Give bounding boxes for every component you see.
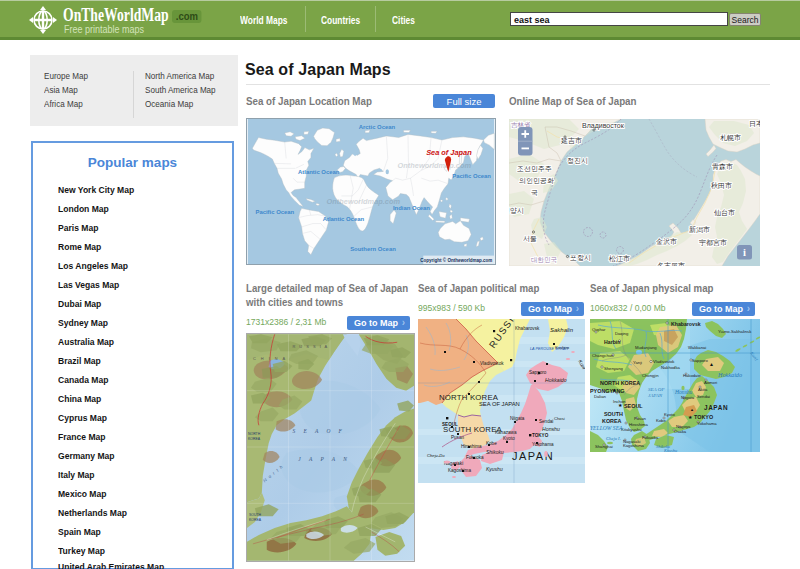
svg-text:青森市: 青森市 [712,162,733,171]
svg-text:Sendai: Sendai [539,419,553,424]
svg-text:Qiqihar: Qiqihar [592,327,606,332]
svg-text:SEA OF JAPAN: SEA OF JAPAN [479,401,520,407]
svg-text:Hokkaido: Hokkaido [545,377,567,383]
svg-text:Chosi: Chosi [554,416,565,421]
svg-text:Akita: Akita [698,387,708,392]
svg-text:JAPAN: JAPAN [648,393,663,398]
svg-text:Copyright © Ontheworldmap.com: Copyright © Ontheworldmap.com [420,257,492,263]
svg-text:조선민주주: 조선민주주 [517,165,552,172]
svg-text:KOREA: KOREA [248,437,261,441]
svg-text:KOREA: KOREA [249,518,262,522]
svg-text:Kyushu: Kyushu [486,466,503,472]
svg-text:Hiroshima: Hiroshima [461,444,482,449]
svg-text:SOUTH: SOUTH [604,411,623,417]
svg-text:Daqing: Daqing [615,331,629,336]
svg-text:Ontheworldmap.com: Ontheworldmap.com [327,197,401,206]
svg-text:Shikoku: Shikoku [486,449,504,455]
svg-text:Sea of Japan: Sea of Japan [426,148,472,157]
svg-text:서울: 서울 [523,235,537,242]
svg-text:Pacific Ocean: Pacific Ocean [452,173,491,179]
svg-text:NORTH KOREA: NORTH KOREA [600,380,640,386]
svg-text:NORTH: NORTH [248,432,261,436]
svg-text:Yuzno-Sakhalinsk: Yuzno-Sakhalinsk [718,329,752,334]
svg-text:Khabarovsk: Khabarovsk [515,326,540,331]
svg-text:仙台市: 仙台市 [714,208,735,217]
svg-text:Kagoshima: Kagoshima [448,468,471,473]
svg-text:Fukuoka: Fukuoka [642,435,659,440]
svg-text:Vladivostok: Vladivostok [480,361,504,366]
svg-text:Hokkaido: Hokkaido [717,371,742,378]
svg-text:Sapporo: Sapporo [529,370,547,375]
svg-text:Kagoshima: Kagoshima [623,443,645,448]
svg-text:秋田市: 秋田市 [711,181,732,190]
svg-text:日本: 日本 [749,120,760,128]
svg-text:Cheju-Do: Cheju-Do [427,453,445,458]
svg-text:Nakhodka: Nakhodka [661,365,681,370]
svg-text:Cheju I.: Cheju I. [606,436,621,441]
svg-text:札幌市: 札幌市 [720,133,741,142]
svg-text:★: ★ [618,402,623,408]
svg-text:i: i [743,247,746,258]
svg-text:宇都宮市: 宇都宮市 [699,238,727,247]
svg-text:YELLOW SEA: YELLOW SEA [590,425,623,431]
svg-text:JAPAN: JAPAN [512,450,554,462]
svg-text:SEOUL: SEOUL [624,403,643,409]
svg-text:Niigata: Niigata [681,395,695,400]
svg-text:Hakodate: Hakodate [683,373,702,378]
svg-text:新潟市: 新潟市 [689,225,710,234]
svg-text:Sendai: Sendai [697,394,710,399]
svg-text:Southern Ocean: Southern Ocean [350,246,396,252]
svg-text:松江市: 松江市 [609,254,630,263]
svg-text:KOREA: KOREA [602,418,622,424]
svg-text:C H I N A: C H I N A [253,356,287,361]
svg-text:Shanghai: Shanghai [595,444,613,449]
svg-text:Sakhalin: Sakhalin [550,327,574,333]
svg-text:Yokohama: Yokohama [697,421,717,426]
svg-text:JAPAN: JAPAN [704,404,728,411]
svg-text:J A P A N: J A P A N [298,456,350,462]
svg-text:Kyoto: Kyoto [503,436,515,441]
svg-text:Владивосток: Владивосток [582,122,625,130]
svg-text:SEOUL: SEOUL [442,422,458,427]
svg-text:국: 국 [531,189,538,196]
svg-text:LA PEROUSE STRAIT: LA PEROUSE STRAIT [530,347,569,351]
svg-text:Nagoya: Nagoya [676,424,691,429]
svg-text:Khabarovsk: Khabarovsk [671,321,701,327]
svg-text:TOKYO: TOKYO [694,414,713,420]
svg-text:Kyushu: Kyushu [663,448,678,452]
svg-text:▲: ▲ [690,407,694,412]
svg-text:대한민국: 대한민국 [531,256,558,263]
svg-text:Vladivostok: Vladivostok [653,359,675,364]
svg-text:Wakkanai: Wakkanai [688,345,706,350]
svg-text:Kanazawa: Kanazawa [495,430,517,435]
svg-text:Mudanjiang: Mudanjiang [635,345,657,350]
svg-text:Arctic Ocean: Arctic Ocean [359,124,396,130]
svg-text:Kitakyushu: Kitakyushu [621,427,642,432]
svg-text:Honshu: Honshu [674,389,693,395]
svg-text:Kyoto: Kyoto [664,412,675,417]
svg-text:延吉市: 延吉市 [560,136,582,145]
svg-text:Dalian: Dalian [594,394,607,399]
svg-text:Kobe: Kobe [656,418,666,423]
svg-text:Pusan: Pusan [451,435,464,440]
svg-text:Harbin: Harbin [604,339,620,345]
svg-text:Osaka: Osaka [674,429,687,434]
svg-text:S E A O F: S E A O F [292,428,345,434]
svg-text:★: ★ [688,414,693,420]
svg-text:포항시: 포항시 [570,254,591,261]
svg-text:Yanji: Yanji [633,360,642,365]
svg-text:Ontheworldmap.com: Ontheworldmap.com [398,161,472,170]
svg-text:Kobe: Kobe [486,441,497,446]
svg-text:Yokohama: Yokohama [532,442,554,447]
svg-text:Pusan: Pusan [634,416,647,421]
svg-text:SEA OF: SEA OF [648,387,665,392]
svg-text:R U S S I A: R U S S I A [292,344,328,349]
svg-text:Changchun: Changchun [592,353,614,358]
svg-text:청진시: 청진시 [567,157,588,165]
svg-text:金沢市: 金沢市 [656,237,677,245]
svg-text:Honshu: Honshu [542,426,560,432]
svg-text:Sapporo: Sapporo [692,358,709,363]
svg-text:Shenyang: Shenyang [604,366,624,371]
svg-text:평양시: 평양시 [509,207,524,215]
svg-text:Fukuoka: Fukuoka [466,455,484,460]
